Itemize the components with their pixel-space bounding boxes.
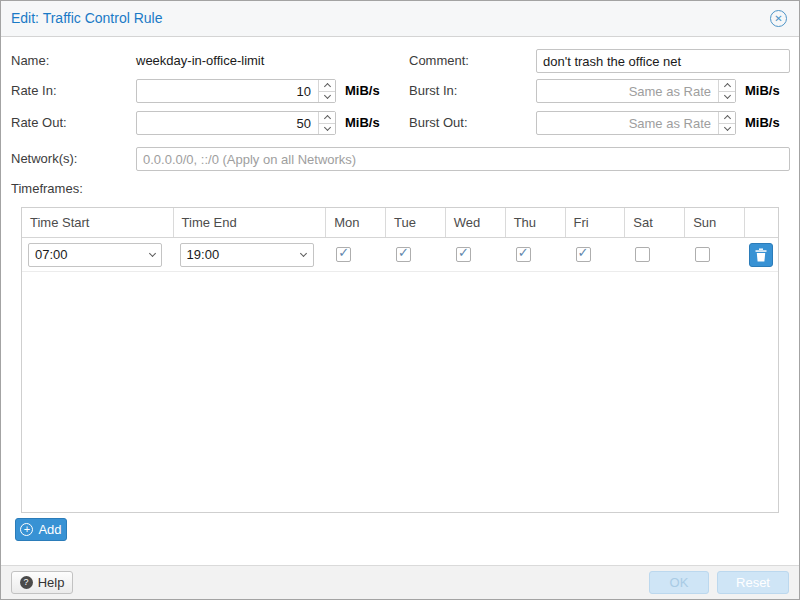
- rate-out-label: Rate Out:: [11, 111, 67, 135]
- burst-in-input[interactable]: [536, 79, 736, 103]
- day-checkbox-thu[interactable]: [516, 247, 531, 262]
- chevron-up-icon: [323, 115, 330, 122]
- day-checkbox-wed[interactable]: [456, 247, 471, 262]
- rate-in-unit: MiB/s: [345, 79, 380, 103]
- rate-in-input[interactable]: [136, 79, 336, 103]
- rate-out-field: [136, 111, 336, 135]
- column-header-actions: [745, 208, 778, 237]
- column-header-sun[interactable]: Sun: [685, 208, 745, 237]
- rate-in-field: [136, 79, 336, 103]
- dialog-footer: ? Help OK Reset: [1, 565, 799, 599]
- timeframes-table-header: Time Start Time End Mon Tue Wed Thu Fri …: [22, 208, 778, 238]
- column-header-wed[interactable]: Wed: [446, 208, 506, 237]
- table-empty-area: [22, 272, 778, 512]
- plus-circle-icon: +: [20, 523, 33, 536]
- edit-traffic-control-rule-dialog: Edit: Traffic Control Rule ✕ Name: weekd…: [0, 0, 800, 600]
- day-checkbox-mon[interactable]: [336, 247, 351, 262]
- burst-out-input[interactable]: [536, 111, 736, 135]
- ok-button[interactable]: OK: [649, 571, 709, 594]
- burst-out-increment-button[interactable]: [719, 112, 735, 124]
- burst-out-decrement-button[interactable]: [719, 124, 735, 135]
- rate-in-decrement-button[interactable]: [319, 92, 335, 103]
- rate-in-label: Rate In:: [11, 79, 57, 103]
- reset-button-label: Reset: [736, 575, 770, 590]
- time-start-dropdown-button[interactable]: [142, 243, 162, 267]
- time-start-cell: [22, 238, 174, 271]
- networks-input[interactable]: [136, 147, 790, 171]
- reset-button[interactable]: Reset: [717, 571, 789, 594]
- dialog-header: Edit: Traffic Control Rule ✕: [1, 1, 799, 37]
- burst-in-decrement-button[interactable]: [719, 92, 735, 103]
- time-end-cell: [174, 238, 327, 271]
- burst-out-unit: MiB/s: [745, 111, 780, 135]
- name-label: Name:: [11, 49, 49, 73]
- chevron-up-icon: [323, 83, 330, 90]
- chevron-up-icon: [723, 115, 730, 122]
- chevron-down-icon: [323, 124, 330, 131]
- comment-label: Comment:: [409, 49, 469, 73]
- column-header-fri[interactable]: Fri: [566, 208, 626, 237]
- column-header-thu[interactable]: Thu: [506, 208, 566, 237]
- day-checkbox-sun[interactable]: [695, 247, 710, 262]
- time-end-dropdown-button[interactable]: [294, 243, 314, 267]
- burst-out-field: [536, 111, 736, 135]
- day-checkbox-tue[interactable]: [396, 247, 411, 262]
- chevron-up-icon: [723, 83, 730, 90]
- chevron-down-icon: [148, 250, 155, 257]
- column-header-mon[interactable]: Mon: [326, 208, 386, 237]
- timeframes-table: Time Start Time End Mon Tue Wed Thu Fri …: [21, 207, 779, 513]
- delete-row-button[interactable]: [749, 243, 773, 267]
- rate-out-spin-buttons: [318, 112, 335, 134]
- add-timeframe-button[interactable]: + Add: [15, 518, 67, 541]
- help-button[interactable]: ? Help: [11, 571, 73, 594]
- burst-in-unit: MiB/s: [745, 79, 780, 103]
- chevron-down-icon: [723, 124, 730, 131]
- time-end-combo: [180, 243, 314, 267]
- close-icon[interactable]: ✕: [770, 10, 787, 27]
- chevron-down-icon: [300, 250, 307, 257]
- ok-button-label: OK: [670, 575, 689, 590]
- table-row: [22, 238, 778, 272]
- trash-icon: [755, 248, 767, 262]
- comment-input[interactable]: [536, 49, 790, 73]
- rate-out-decrement-button[interactable]: [319, 124, 335, 135]
- rate-in-increment-button[interactable]: [319, 80, 335, 92]
- burst-in-label: Burst In:: [409, 79, 457, 103]
- timeframes-label: Timeframes:: [11, 177, 83, 201]
- column-header-time-start[interactable]: Time Start: [22, 208, 174, 237]
- rate-out-increment-button[interactable]: [319, 112, 335, 124]
- day-checkbox-sat[interactable]: [635, 247, 650, 262]
- burst-in-increment-button[interactable]: [719, 80, 735, 92]
- time-start-combo: [28, 243, 162, 267]
- burst-out-spin-buttons: [718, 112, 735, 134]
- rate-out-input[interactable]: [136, 111, 336, 135]
- add-button-label: Add: [38, 522, 61, 537]
- column-header-time-end[interactable]: Time End: [174, 208, 327, 237]
- name-value: weekday-in-office-limit: [136, 49, 264, 73]
- rate-out-unit: MiB/s: [345, 111, 380, 135]
- burst-out-label: Burst Out:: [409, 111, 468, 135]
- help-button-label: Help: [38, 575, 65, 590]
- column-header-tue[interactable]: Tue: [386, 208, 446, 237]
- column-header-sat[interactable]: Sat: [625, 208, 685, 237]
- burst-in-field: [536, 79, 736, 103]
- question-circle-icon: ?: [20, 576, 33, 589]
- dialog-title: Edit: Traffic Control Rule: [11, 1, 162, 36]
- rate-in-spin-buttons: [318, 80, 335, 102]
- chevron-down-icon: [323, 92, 330, 99]
- burst-in-spin-buttons: [718, 80, 735, 102]
- networks-label: Network(s):: [11, 147, 77, 171]
- chevron-down-icon: [723, 92, 730, 99]
- day-checkbox-fri[interactable]: [576, 247, 591, 262]
